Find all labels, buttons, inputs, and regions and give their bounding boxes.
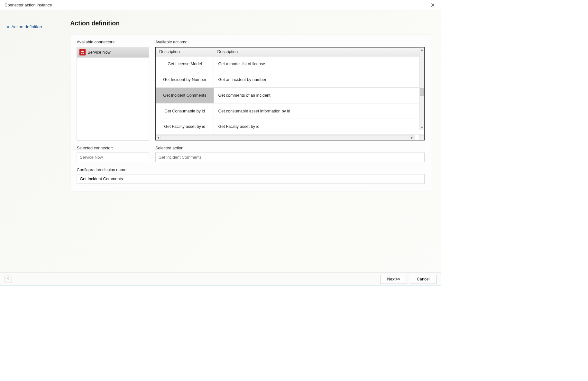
action-desc-cell: Get a model list of license xyxy=(214,56,424,72)
table-row[interactable]: Get Incident CommentsGet comments of an … xyxy=(156,88,424,103)
nav-bullet-icon xyxy=(7,26,10,28)
titlebar: Connector action instance xyxy=(0,0,441,10)
action-name-cell: Get Facility asset by id xyxy=(156,119,214,135)
selected-connector-group: Selected connector: xyxy=(77,146,149,162)
table-row[interactable]: Get License ModelGet a model list of lic… xyxy=(156,56,424,72)
selected-connector-field[interactable] xyxy=(77,153,149,162)
action-desc-cell: Get consumable asset information by id xyxy=(214,103,424,119)
action-desc-cell: Get Facility asset by id xyxy=(214,119,424,135)
next-button[interactable]: Next>> xyxy=(381,275,407,284)
close-icon xyxy=(431,3,435,7)
table-row[interactable]: Get Incident by NumberGet an incident by… xyxy=(156,72,424,88)
connectors-list[interactable]: Service Now xyxy=(77,47,149,140)
action-name-cell: Get Incident by Number xyxy=(156,72,214,88)
actions-column: Available actions: Description Descripti… xyxy=(155,40,425,141)
scrollbar-corner xyxy=(419,135,424,140)
connector-item-label: Service Now xyxy=(87,50,111,55)
scroll-left-button[interactable] xyxy=(156,136,161,140)
config-name-field[interactable] xyxy=(77,174,425,184)
selected-row: Selected connector: Selected action: xyxy=(77,146,425,162)
dialog-footer: ? Next>> Cancel xyxy=(0,272,441,286)
vscroll-thumb[interactable] xyxy=(420,88,424,96)
cancel-button[interactable]: Cancel xyxy=(410,275,436,284)
selected-action-label: Selected action: xyxy=(155,146,425,151)
vscroll-track[interactable] xyxy=(419,52,424,125)
close-button[interactable] xyxy=(427,1,438,9)
vertical-scrollbar[interactable] xyxy=(419,48,424,130)
help-icon: ? xyxy=(7,277,10,282)
help-button[interactable]: ? xyxy=(5,276,12,283)
hscroll-track[interactable] xyxy=(161,136,410,140)
config-name-group: Configuration display name: xyxy=(77,167,425,184)
nav-item-action-definition[interactable]: Action definition xyxy=(7,24,66,30)
main-panel: Action definition Available connectors: xyxy=(70,10,441,273)
connector-item-service-now[interactable]: Service Now xyxy=(77,47,149,58)
action-name-cell: Get Incident Comments xyxy=(156,88,214,103)
action-desc-cell: Get comments of an incident xyxy=(214,88,424,103)
selected-action-field[interactable] xyxy=(155,153,425,162)
table-row[interactable]: Get Facility asset by idGet Facility ass… xyxy=(156,119,424,135)
scroll-down-button[interactable] xyxy=(419,125,424,130)
table-row[interactable]: Get Consumable by idGet consumable asset… xyxy=(156,103,424,119)
page-title: Action definition xyxy=(70,20,431,27)
window-title: Connector action instance xyxy=(5,3,427,7)
action-name-cell: Get License Model xyxy=(156,56,214,72)
content-card: Available connectors: Service Now xyxy=(70,34,431,191)
lists-row: Available connectors: Service Now xyxy=(77,40,425,141)
scroll-up-button[interactable] xyxy=(419,48,424,52)
scroll-right-button[interactable] xyxy=(410,136,415,140)
available-connectors-label: Available connectors: xyxy=(77,40,149,45)
actions-table-scroll[interactable]: Description Description Get License Mode… xyxy=(156,48,424,135)
chevron-down-icon xyxy=(421,127,423,128)
horizontal-scrollbar[interactable] xyxy=(156,135,415,140)
dialog-window: Connector action instance Action definit… xyxy=(0,0,441,286)
nav-item-label: Action definition xyxy=(11,24,42,30)
col-header-2[interactable]: Description xyxy=(214,48,424,56)
connectors-column: Available connectors: Service Now xyxy=(77,40,149,141)
chevron-right-icon xyxy=(411,137,413,139)
actions-table-container: Description Description Get License Mode… xyxy=(155,47,425,140)
config-name-label: Configuration display name: xyxy=(77,167,425,172)
available-actions-label: Available actions: xyxy=(155,40,425,45)
actions-table: Description Description Get License Mode… xyxy=(156,48,424,135)
wizard-steps-nav: Action definition xyxy=(0,10,70,273)
chevron-left-icon xyxy=(158,137,159,139)
action-desc-cell: Get an incident by number xyxy=(214,72,424,88)
body-area: Action definition Action definition Avai… xyxy=(0,10,441,273)
chevron-up-icon xyxy=(421,49,423,51)
selected-action-group: Selected action: xyxy=(155,146,425,162)
power-icon xyxy=(79,49,86,56)
col-header-1[interactable]: Description xyxy=(156,48,214,56)
selected-connector-label: Selected connector: xyxy=(77,146,149,151)
table-header-row: Description Description xyxy=(156,48,424,56)
action-name-cell: Get Consumable by id xyxy=(156,103,214,119)
